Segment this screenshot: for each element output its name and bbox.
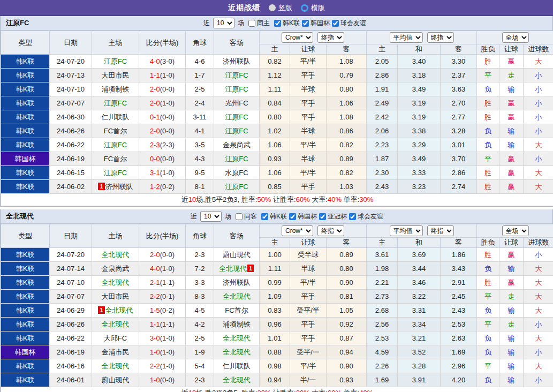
- same-venue-filter[interactable]: 同客: [233, 212, 257, 221]
- col-result-wdl: 胜负: [477, 44, 499, 55]
- avg-select-group: 平均值 终指: [367, 224, 477, 238]
- radio-selected-icon[interactable]: [301, 4, 308, 12]
- fulltime-score: 1-1: [150, 320, 160, 328]
- league-filter[interactable]: 韩国杯: [287, 212, 317, 221]
- league-checkbox[interactable]: [261, 213, 268, 220]
- odds-company-select[interactable]: Crow*: [282, 32, 313, 43]
- cell-odds-home: 1.02: [260, 124, 290, 138]
- cell-away-team: 全北现代: [214, 345, 260, 359]
- cell-type: 韩K联: [1, 110, 50, 124]
- cell-avg-draw: 3.46: [398, 276, 441, 290]
- halftime-score: (0-0): [160, 251, 175, 259]
- same-venue-filter[interactable]: 同主: [246, 19, 270, 28]
- fulltime-score: 2-1: [150, 278, 160, 287]
- cell-avg-draw: 3.23: [398, 180, 441, 194]
- cell-avg-draw: 3.69: [398, 248, 441, 262]
- fulltime-score: 2-2: [150, 362, 160, 370]
- layout-radio-vertical[interactable]: 竖版: [269, 3, 292, 13]
- league-checkbox[interactable]: [319, 213, 326, 220]
- avg-time-select[interactable]: 终指: [427, 225, 454, 236]
- recent-count-select[interactable]: 10: [213, 18, 234, 28]
- cell-date: 24-06-26: [50, 124, 92, 138]
- cell-avg-draw: 3.31: [398, 304, 441, 318]
- fulltime-score: 2-0: [150, 251, 160, 259]
- league-checkbox[interactable]: [274, 20, 281, 27]
- near-label: 近: [203, 19, 210, 28]
- near-label: 近: [191, 212, 197, 221]
- cell-home-team: 全北现代: [92, 248, 139, 262]
- match-row: 韩国杯24-06-19金浦市民1-0(1-0)1-9全北现代0.88受半/一0.…: [1, 345, 553, 359]
- league-filter[interactable]: 球会友谊: [330, 19, 366, 28]
- same-home-checkbox[interactable]: [248, 20, 255, 27]
- league-checkbox[interactable]: [289, 213, 296, 220]
- odds-time-select[interactable]: 终指: [317, 225, 344, 236]
- cell-corner: 9-5: [186, 166, 214, 180]
- odds-company-select[interactable]: Crow*: [282, 225, 313, 236]
- cell-score: 4-0(3-0): [139, 55, 186, 69]
- radio-unselected-icon[interactable]: [269, 4, 276, 11]
- cell-avg-draw: 3.18: [398, 69, 441, 82]
- cell-avg-home: 3.61: [367, 248, 398, 262]
- col-score: 比分(半场): [139, 31, 186, 55]
- avg-select[interactable]: 平均值: [390, 225, 423, 236]
- cell-avg-draw: 3.52: [398, 345, 441, 359]
- cell-avg-draw: 3.40: [398, 55, 441, 69]
- cell-score: 2-0(1-0): [139, 96, 186, 110]
- cell-result-goals: 大: [524, 138, 553, 152]
- cell-avg-draw: 3.49: [398, 82, 441, 96]
- cell-avg-home: 2.56: [367, 318, 398, 331]
- summary-row: 近10场,胜2平3负5, 胜率:20% 让胜率:20% 大率:60% 单率:40…: [1, 387, 553, 392]
- recent-count-select[interactable]: 10: [200, 211, 222, 222]
- league-label: 球会友谊: [358, 212, 383, 221]
- odds-time-select[interactable]: 终指: [317, 32, 344, 43]
- cell-result-handicap: 输: [499, 359, 524, 373]
- cell-score: 1-2(0-2): [139, 180, 186, 194]
- avg-select[interactable]: 平均值: [390, 32, 423, 43]
- league-checkbox[interactable]: [332, 20, 339, 27]
- cell-away-team: 江原FC: [214, 124, 260, 138]
- cell-score: 2-2(0-1): [139, 290, 186, 304]
- league-checkbox[interactable]: [349, 213, 356, 220]
- team-name: 光州FC: [225, 99, 248, 107]
- cell-date: 24-07-20: [50, 248, 92, 262]
- cell-corner: 4-6: [186, 55, 214, 69]
- cell-avg-away: 2.77: [441, 110, 477, 124]
- avg-time-select[interactable]: 终指: [427, 32, 454, 43]
- league-filter[interactable]: 韩K联: [259, 212, 287, 221]
- team-name: 济州联队: [223, 278, 251, 287]
- cell-corner: 3-11: [186, 110, 214, 124]
- league-filter[interactable]: 亚冠杯: [317, 212, 347, 221]
- cell-away-team: 江原FC: [214, 110, 260, 124]
- league-checkbox[interactable]: [302, 20, 309, 27]
- layout-radio-horizontal[interactable]: 横版: [301, 3, 325, 13]
- cell-corner: 8-1: [186, 180, 214, 194]
- league-filter[interactable]: 韩国杯: [300, 19, 330, 28]
- league-filter-group: 韩K联韩国杯球会友谊: [272, 19, 366, 28]
- same-away-checkbox[interactable]: [236, 213, 243, 220]
- fulltime-select[interactable]: 全场: [502, 32, 529, 43]
- league-filter[interactable]: 韩K联: [272, 19, 300, 28]
- team-name: 全北现代: [102, 362, 130, 370]
- cell-result-handicap: 赢: [499, 248, 524, 262]
- rank-badge: 1: [247, 265, 254, 272]
- cell-result-goals: 小: [524, 318, 553, 331]
- team-name: 全北现代: [219, 265, 247, 273]
- cell-result-goals: 小: [524, 124, 553, 138]
- match-row: 韩K联24-06-22江原FC2-3(2-3)3-5金泉尚武1.06平/半0.8…: [1, 138, 553, 152]
- cell-odds-handicap: 半球: [290, 124, 327, 138]
- cell-avg-away: 3.30: [441, 55, 477, 69]
- cell-away-team: 江原FC: [214, 69, 260, 82]
- league-filter[interactable]: 球会友谊: [347, 212, 383, 221]
- cell-home-team: 1济州联队: [92, 180, 139, 194]
- league-label: 韩K联: [283, 19, 300, 28]
- summary-stat-value: 10: [188, 389, 196, 392]
- cell-result-wdl: 负: [477, 262, 499, 276]
- cell-type: 韩K联: [1, 96, 50, 110]
- cell-avg-away: 3.43: [441, 262, 477, 276]
- cell-result-goals: 大: [524, 276, 553, 290]
- cell-score: 1-1(1-1): [139, 318, 186, 331]
- same-away-label: 同客: [244, 212, 257, 221]
- halftime-score: (1-0): [160, 169, 175, 177]
- cell-odds-home: 0.96: [260, 318, 290, 331]
- fulltime-select[interactable]: 全场: [502, 225, 529, 236]
